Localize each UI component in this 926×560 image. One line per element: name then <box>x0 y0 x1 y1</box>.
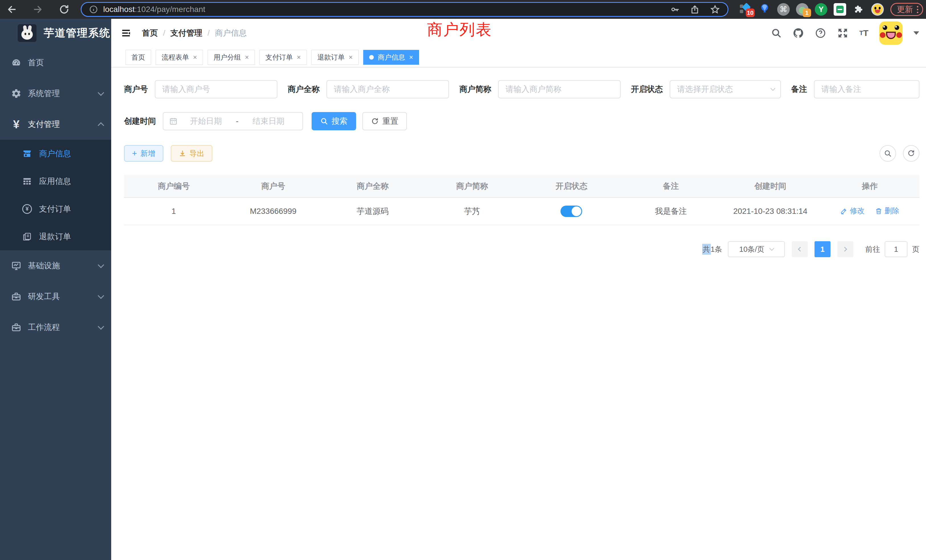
tab-home[interactable]: 首页 <box>126 50 151 65</box>
status-label: 开启状态 <box>631 84 663 95</box>
breadcrumb-home[interactable]: 首页 <box>142 28 158 38</box>
table-icon <box>21 177 33 186</box>
monitor-icon <box>9 260 23 271</box>
briefcase-icon <box>9 322 23 333</box>
sidebar-item-infrastructure[interactable]: 基础设施 <box>0 250 111 281</box>
close-icon[interactable]: × <box>409 53 413 61</box>
info-icon[interactable] <box>89 5 98 14</box>
merchant-no-input[interactable] <box>155 80 277 98</box>
date-range-picker[interactable]: 开始日期 - 结束日期 <box>163 112 303 130</box>
tab-merchant-info[interactable]: 商户信息× <box>363 50 419 65</box>
edit-link[interactable]: 修改 <box>840 206 865 216</box>
close-icon[interactable]: × <box>245 53 249 61</box>
chevron-down-icon <box>98 262 104 268</box>
export-button[interactable]: 导出 <box>171 145 212 162</box>
next-page-button[interactable] <box>837 241 853 257</box>
edit-icon <box>840 207 847 215</box>
top-navbar: 首页 / 支付管理 / 商户信息 TT <box>111 19 926 47</box>
pagination-total: 共1条 <box>702 244 722 254</box>
sidebar-item-system[interactable]: 系统管理 <box>0 78 111 109</box>
remark-input[interactable] <box>814 80 920 98</box>
extension-badge: 10 <box>746 9 755 17</box>
column-header: 开启状态 <box>522 175 621 198</box>
chevron-down-icon <box>98 323 104 330</box>
sidebar-item-app-info[interactable]: 应用信息 <box>0 167 111 195</box>
browser-update-button[interactable]: 更新 <box>890 3 923 16</box>
goto-page-input[interactable] <box>885 241 908 257</box>
tab-user-group[interactable]: 用户分组× <box>207 50 255 65</box>
tab-refund-order[interactable]: 退款订单× <box>311 50 359 65</box>
tab-pay-order[interactable]: 支付订单× <box>259 50 307 65</box>
reset-button[interactable]: 重置 <box>362 112 407 130</box>
short-name-label: 商户简称 <box>459 84 491 95</box>
sidebar-item-pay-order[interactable]: ¥ 支付订单 <box>0 195 111 223</box>
github-icon[interactable] <box>793 27 804 39</box>
browser-forward-icon[interactable] <box>32 4 43 15</box>
page-size-select[interactable]: 10条/页 <box>728 241 785 257</box>
bookmark-star-icon[interactable] <box>710 4 720 15</box>
extensions-puzzle-icon[interactable] <box>852 3 865 16</box>
yen-circle-icon: ¥ <box>21 204 33 214</box>
sidebar-item-dev-tools[interactable]: 研发工具 <box>0 281 111 312</box>
table-row: 1 M233666999 芋道源码 芋艿 我是备注 2021-10-23 08:… <box>124 198 920 225</box>
extension-green-doc-icon[interactable] <box>833 3 846 16</box>
password-key-icon[interactable] <box>670 5 680 14</box>
extension-y-icon[interactable]: Y <box>814 3 828 16</box>
extension-command-icon[interactable]: ⌘ <box>777 3 790 16</box>
toggle-search-button[interactable] <box>879 145 896 162</box>
calendar-icon <box>169 117 178 126</box>
status-toggle[interactable] <box>560 206 582 217</box>
filter-row-2: 创建时间 开始日期 - 结束日期 搜索 重置 <box>124 112 920 130</box>
browser-reload-icon[interactable] <box>59 4 70 15</box>
app-logo[interactable]: 芋道管理系统 <box>0 19 111 47</box>
close-icon[interactable]: × <box>193 53 197 61</box>
tags-view-bar: 首页 流程表单× 用户分组× 支付订单× 退款订单× 商户信息× <box>111 47 926 67</box>
search-button[interactable]: 搜索 <box>312 112 356 130</box>
pagination: 共1条 10条/页 1 前往 页 <box>124 241 920 257</box>
browser-back-icon[interactable] <box>6 4 18 15</box>
page-unit-label: 页 <box>912 244 920 254</box>
font-size-icon[interactable]: TT <box>859 28 869 38</box>
url-bar[interactable]: localhost:1024/pay/merchant <box>81 2 728 17</box>
column-header: 操作 <box>820 175 920 198</box>
cell-actions: 修改 删除 <box>820 198 920 225</box>
prev-page-button[interactable] <box>792 241 808 257</box>
sidebar-item-payment[interactable]: ¥ 支付管理 <box>0 109 111 140</box>
status-select[interactable]: 请选择开启状态 <box>670 80 781 98</box>
extension-blue-diamond-icon[interactable]: 10 <box>739 3 752 16</box>
sidebar-item-refund-order[interactable]: 退款订单 <box>0 223 111 250</box>
search-icon[interactable] <box>771 28 782 38</box>
share-icon[interactable] <box>690 5 700 14</box>
short-name-input[interactable] <box>498 80 621 98</box>
add-button[interactable]: + 新增 <box>124 145 163 162</box>
trash-icon <box>875 207 882 215</box>
profile-avatar-icon[interactable] <box>871 3 884 16</box>
breadcrumb-payment[interactable]: 支付管理 <box>171 28 203 38</box>
cell-create-time: 2021-10-23 08:31:14 <box>721 198 820 225</box>
column-header: 商户编号 <box>124 175 224 198</box>
avatar-dropdown-icon[interactable] <box>914 31 919 35</box>
extension-status-icon[interactable]: 1 <box>796 3 809 16</box>
sidebar-item-workflow[interactable]: 工作流程 <box>0 312 111 343</box>
fullscreen-icon[interactable] <box>837 27 849 39</box>
sidebar-toggle-icon[interactable] <box>120 27 132 39</box>
close-icon[interactable]: × <box>349 53 353 61</box>
column-header: 商户全称 <box>323 175 422 198</box>
close-icon[interactable]: × <box>297 53 301 61</box>
yen-icon: ¥ <box>9 118 23 131</box>
sidebar-item-home[interactable]: 首页 <box>0 47 111 78</box>
breadcrumb-current: 商户信息 <box>215 28 247 38</box>
help-icon[interactable] <box>815 27 826 39</box>
page-number-button[interactable]: 1 <box>814 241 831 257</box>
tab-process-form[interactable]: 流程表单× <box>156 50 203 65</box>
user-avatar[interactable] <box>879 21 903 45</box>
full-name-input[interactable] <box>327 80 449 98</box>
refresh-button[interactable] <box>903 145 920 162</box>
plus-icon: + <box>132 149 137 158</box>
extension-balloon-icon[interactable] <box>758 3 771 16</box>
delete-link[interactable]: 删除 <box>875 206 899 216</box>
browser-menu-icon[interactable] <box>917 6 918 13</box>
sidebar-item-merchant-info[interactable]: 商户信息 <box>0 140 111 167</box>
merchant-table: 商户编号 商户号 商户全称 商户简称 开启状态 备注 创建时间 操作 1 M23… <box>124 175 920 225</box>
toolbox-icon <box>9 291 23 302</box>
